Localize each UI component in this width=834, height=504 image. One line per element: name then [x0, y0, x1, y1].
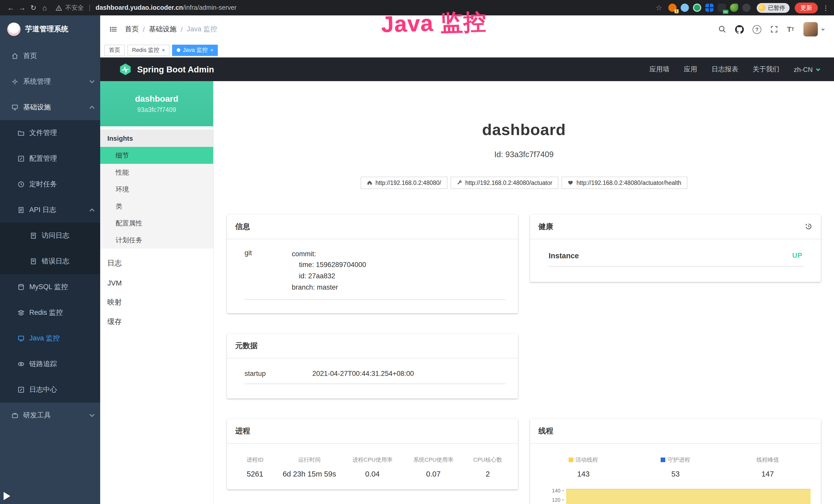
health-row[interactable]: Instance UP: [548, 251, 804, 266]
tag-label: 首页: [109, 46, 120, 54]
history-icon[interactable]: [805, 222, 813, 231]
sba-nav-journal[interactable]: 日志报表: [711, 65, 738, 74]
chevron-up-icon: [88, 104, 95, 111]
health-card: 健康 Instance UP: [530, 214, 821, 282]
tag-java[interactable]: Java 监控×: [172, 44, 218, 56]
tag-redis[interactable]: Redis 监控×: [127, 44, 170, 56]
sidebar-item-redis[interactable]: Redis 监控: [0, 300, 100, 325]
sba-nav: 应用墙 应用 日志报表 关于我们 zh-CN: [649, 65, 821, 74]
profile-emoji-icon: [758, 4, 765, 11]
fullscreen-icon[interactable]: [770, 25, 778, 33]
sidebar-item-trace[interactable]: 链路追踪: [0, 351, 100, 377]
font-size-icon[interactable]: TT: [787, 25, 794, 33]
ext-green-circle-icon[interactable]: [693, 4, 701, 12]
card-body: startup 2021-04-27T00:44:31.254+08:00: [227, 359, 518, 398]
card-title: 信息: [235, 222, 250, 231]
tag-home[interactable]: 首页: [104, 44, 125, 56]
eye-icon: [18, 361, 25, 368]
home-icon[interactable]: ⌂: [39, 4, 50, 12]
update-button[interactable]: 更新: [795, 2, 818, 13]
sba-section-insights: Insights: [100, 130, 213, 147]
reload-icon[interactable]: ↻: [28, 4, 39, 12]
link-actuator[interactable]: http://192.168.0.2:48080/actuator: [450, 176, 558, 189]
y-axis: 140 120 100: [537, 486, 565, 504]
back-icon[interactable]: ←: [5, 4, 17, 12]
ext-dark-icon[interactable]: [742, 4, 750, 12]
browser-menu-icon[interactable]: ⋮: [822, 4, 829, 12]
search-icon[interactable]: [718, 25, 726, 33]
font-small-glyph: T: [791, 27, 794, 32]
breadcrumb-item[interactable]: 首页: [125, 25, 139, 34]
sba-item-details[interactable]: 细节: [100, 147, 213, 164]
ext-leaf-icon[interactable]: [730, 4, 738, 12]
profile-chip[interactable]: 已暂停: [757, 3, 790, 13]
sidebar-item-job[interactable]: 定时任务: [0, 171, 100, 197]
instance-header[interactable]: dashboard 93a3fc7f7409: [100, 81, 213, 126]
sidebar-toggle-icon[interactable]: [109, 25, 118, 33]
sba-nav-about[interactable]: 关于我们: [752, 65, 779, 74]
close-icon[interactable]: ×: [211, 47, 214, 53]
sba-item-mappings[interactable]: 映射: [100, 293, 213, 312]
chevron-up-icon: [88, 206, 95, 214]
address-bar[interactable]: 不安全 dashboard.yudao.iocoder.cn/infra/adm…: [56, 3, 237, 12]
sidebar-item-access-log[interactable]: 访问日志: [0, 223, 100, 249]
screen: ← → ↻ ⌂ 不安全 dashboard.yudao.iocoder.cn/i…: [0, 0, 834, 504]
info-key: git: [244, 248, 292, 293]
sba-nav-wallboard[interactable]: 应用墙: [649, 65, 670, 74]
card-header: 线程: [530, 419, 821, 444]
forward-icon[interactable]: →: [17, 4, 28, 12]
status-badge: UP: [792, 252, 803, 259]
cell-value: 0.07: [403, 470, 464, 478]
sidebar-item-api-log[interactable]: API 日志: [0, 197, 100, 223]
ext-drop-icon[interactable]: [681, 4, 689, 12]
sidebar-item-error-log[interactable]: 错误日志: [0, 249, 100, 274]
security-label: 不安全: [65, 3, 84, 12]
sba-brand[interactable]: Spring Boot Admin: [119, 63, 214, 76]
ext-grid-icon[interactable]: [705, 4, 714, 12]
home-icon: [11, 52, 19, 60]
sba-item-classes[interactable]: 类: [100, 198, 213, 215]
sba-item-logfile[interactable]: 日志: [100, 254, 213, 273]
sidebar-item-log-center[interactable]: 日志中心: [0, 377, 100, 403]
ext-count-badge: 1: [675, 9, 679, 13]
close-icon[interactable]: ×: [162, 47, 165, 53]
info-line: time: 1596289704000: [292, 259, 366, 271]
github-icon[interactable]: [735, 25, 744, 33]
bookmark-star-icon[interactable]: ☆: [656, 4, 662, 12]
locale-select[interactable]: zh-CN: [794, 66, 821, 73]
avatar[interactable]: [804, 22, 818, 37]
chevron-down-icon: [88, 412, 95, 419]
sidebar-item-mysql[interactable]: MySQL 监控: [0, 274, 100, 300]
ext-orange-icon[interactable]: 1: [668, 4, 677, 12]
document-icon: [30, 258, 37, 265]
sba-item-metrics[interactable]: 性能: [100, 164, 213, 181]
cell-value: 5261: [233, 470, 277, 478]
sba-item-configprops[interactable]: 配置属性: [100, 215, 213, 232]
sidebar-item-label: Redis 监控: [29, 308, 63, 317]
sba-item-environment[interactable]: 环境: [100, 181, 213, 198]
sba-item-jvm[interactable]: JVM: [100, 273, 213, 293]
avatar-caret-icon[interactable]: [821, 28, 825, 32]
sba-rootmenu: 日志 JVM 映射 缓存: [100, 254, 213, 332]
breadcrumb-item[interactable]: 基础设施: [149, 25, 177, 34]
sidebar-item-config[interactable]: 配置管理: [0, 146, 100, 171]
edit-icon: [18, 155, 25, 162]
ext-switch-icon[interactable]: on: [718, 4, 726, 12]
sba-item-caches[interactable]: 缓存: [100, 312, 213, 332]
sidebar-item-infra[interactable]: 基础设施: [0, 94, 100, 120]
link-base-url[interactable]: http://192.168.0.2:48080/: [360, 176, 447, 189]
app-logo-row[interactable]: 芋道管理系统: [0, 16, 100, 43]
sidebar-item-home[interactable]: 首页: [0, 43, 100, 69]
sidebar-item-dev-tools[interactable]: 研发工具: [0, 403, 100, 428]
link-health[interactable]: http://192.168.0.2:48080/actuator/health: [562, 176, 687, 189]
sba-item-scheduled-tasks[interactable]: 计划任务: [100, 232, 213, 249]
sidebar-item-file[interactable]: 文件管理: [0, 120, 100, 146]
link-label: http://192.168.0.2:48080/: [375, 180, 441, 186]
breadcrumb-separator: /: [143, 25, 145, 33]
card-header: 信息: [227, 214, 518, 239]
locale-label: zh-CN: [794, 66, 813, 73]
help-icon[interactable]: ?: [752, 25, 761, 33]
sba-nav-applications[interactable]: 应用: [684, 65, 697, 74]
sidebar-item-java[interactable]: Java 监控: [0, 325, 100, 351]
sidebar-item-system[interactable]: 系统管理: [0, 69, 100, 94]
